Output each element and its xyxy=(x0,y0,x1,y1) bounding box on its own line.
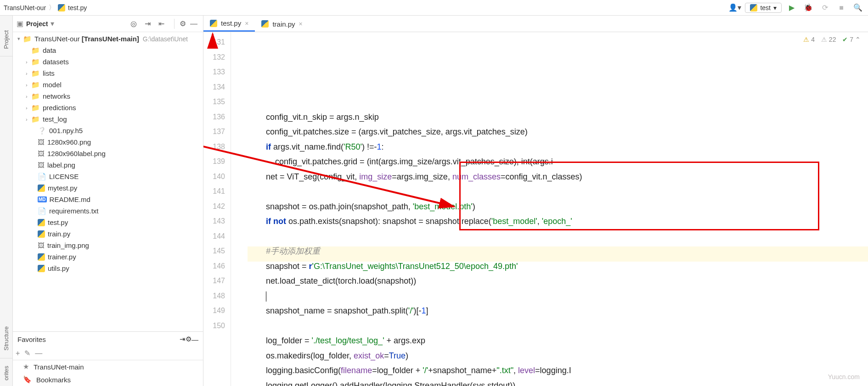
code-line[interactable]: net = ViT_seg(config_vit, img_size=args.… xyxy=(248,169,868,185)
line-number[interactable]: 139 xyxy=(203,154,225,169)
tree-folder[interactable]: ›📁model xyxy=(13,79,203,90)
line-number[interactable]: 149 xyxy=(203,303,225,319)
chevron-right-icon[interactable]: › xyxy=(26,71,31,76)
chevron-right-icon[interactable]: › xyxy=(26,82,31,88)
line-number[interactable]: 138 xyxy=(203,140,225,155)
hide-button[interactable]: — xyxy=(188,18,199,29)
line-number[interactable]: 150 xyxy=(203,319,225,334)
tree-folder[interactable]: ›📁networks xyxy=(13,90,203,102)
code-line[interactable]: logging.getLogger().addHandler(logging.S… xyxy=(248,378,868,386)
run-config-selector[interactable]: test ▾ xyxy=(745,3,782,13)
tree-file[interactable]: 🖼label.png xyxy=(13,159,203,171)
close-icon[interactable]: × xyxy=(245,20,248,27)
line-number[interactable]: 147 xyxy=(203,274,225,289)
editor-tab[interactable]: test.py× xyxy=(203,16,255,32)
gear-icon[interactable]: ⚙ xyxy=(177,18,188,29)
code-line[interactable]: config_vit.patches.size = (args.vit_patc… xyxy=(248,124,868,140)
tree-file[interactable]: trainer.py xyxy=(13,251,203,263)
favorite-item[interactable]: ★ TransUNet-main xyxy=(13,360,203,373)
code-line[interactable] xyxy=(248,229,868,244)
user-icon[interactable]: 👤▾ xyxy=(728,1,741,14)
chevron-down-icon[interactable]: ▾ xyxy=(51,19,54,28)
tree-root[interactable]: ▾ 📁 TransUNet-our [TransUNet-main] G:\da… xyxy=(13,33,203,45)
line-number[interactable]: 137 xyxy=(203,124,225,140)
line-number[interactable]: 146 xyxy=(203,259,225,274)
expand-all-icon[interactable]: ⇥ xyxy=(180,335,186,343)
chevron-down-icon[interactable]: ▾ xyxy=(17,36,23,42)
code-line[interactable]: logging.basicConfig(filename=log_folder … xyxy=(248,363,868,378)
code-line[interactable]: config_vit.n_skip = args.n_skip xyxy=(248,110,868,125)
edit-button[interactable]: ✎ xyxy=(24,349,30,358)
tree-file[interactable]: train.py xyxy=(13,228,203,240)
breadcrumb-file[interactable]: test.py xyxy=(68,4,87,11)
code-line[interactable] xyxy=(248,289,868,304)
line-number[interactable]: 134 xyxy=(203,80,225,95)
rail-structure[interactable]: Structure xyxy=(3,321,10,356)
rail-favorites[interactable]: orites xyxy=(3,360,10,386)
code-line[interactable] xyxy=(248,319,868,334)
rail-project[interactable]: Project xyxy=(3,25,10,54)
bookmark-item[interactable]: 🔖 Bookmarks xyxy=(13,373,203,386)
code-line[interactable]: log_folder = './test_log/test_log_' + ar… xyxy=(248,333,868,348)
code-line[interactable] xyxy=(248,184,868,199)
collapse-all-icon[interactable]: ⇤ xyxy=(156,18,167,29)
hide-button[interactable]: — xyxy=(192,336,198,343)
tree-folder[interactable]: ›📁datasets xyxy=(13,56,203,67)
code-line[interactable]: os.makedirs(log_folder, exist_ok=True) xyxy=(248,348,868,364)
code-line[interactable]: if args.vit_name.find('R50') !=-1: xyxy=(248,140,868,155)
line-number[interactable]: 140 xyxy=(203,169,225,185)
run-coverage-button[interactable]: ⟳ xyxy=(818,1,831,14)
run-button[interactable]: ▶ xyxy=(785,1,798,14)
line-number[interactable]: 136 xyxy=(203,110,225,125)
tree-file[interactable]: MDREADME.md xyxy=(13,194,203,205)
line-number[interactable]: 135 xyxy=(203,95,225,110)
code-line[interactable]: snapshot = os.path.join(snapshot_path, '… xyxy=(248,199,868,214)
expand-all-icon[interactable]: ⇥ xyxy=(142,18,153,29)
line-number[interactable]: 132 xyxy=(203,50,225,65)
tree-folder[interactable]: ›📁lists xyxy=(13,67,203,79)
tree-file[interactable]: 🖼train_img.png xyxy=(13,240,203,251)
remove-button[interactable]: — xyxy=(35,349,42,358)
breadcrumb-root[interactable]: TransUNet-our xyxy=(4,4,46,11)
code-line[interactable]: snapshot_name = snapshot_path.split('/')… xyxy=(248,303,868,319)
tree-folder[interactable]: ›📁test_log xyxy=(13,113,203,125)
chevron-right-icon[interactable]: › xyxy=(26,105,31,111)
add-button[interactable]: + xyxy=(16,349,20,358)
tree-file[interactable]: test.py xyxy=(13,217,203,228)
code-line[interactable]: #手动添加权重 xyxy=(248,244,868,259)
chevron-right-icon[interactable]: › xyxy=(26,94,31,99)
stop-button[interactable]: ■ xyxy=(835,1,848,14)
line-number[interactable]: 144 xyxy=(203,229,225,244)
line-number[interactable]: 145 xyxy=(203,244,225,259)
tree-folder[interactable]: ›📁predictions xyxy=(13,102,203,113)
tree-file[interactable]: ❔001.npy.h5 xyxy=(13,125,203,136)
select-opened-icon[interactable]: ◎ xyxy=(128,18,139,29)
line-number[interactable]: 141 xyxy=(203,184,225,199)
chevron-right-icon[interactable]: › xyxy=(26,59,31,65)
search-button[interactable]: 🔍 xyxy=(851,1,864,14)
code-line[interactable]: snapshot = r'G:\TransUnet_weights\TransU… xyxy=(248,259,868,274)
breadcrumb[interactable]: TransUNet-our 〉 test.py xyxy=(4,4,87,12)
line-number[interactable]: 143 xyxy=(203,214,225,229)
line-gutter[interactable]: 1311321331341351361371381391401411421431… xyxy=(203,32,231,386)
inspections-widget[interactable]: ⚠ 4 ⚠ 22 ✔ 7 ⌃ xyxy=(803,36,861,43)
tree-folder[interactable]: 📁data xyxy=(13,45,203,56)
line-number[interactable]: 131 xyxy=(203,35,225,50)
line-number[interactable]: 148 xyxy=(203,289,225,304)
tree-file[interactable]: 🖼1280x960.png xyxy=(13,136,203,148)
code-line[interactable]: config_vit.patches.grid = (int(args.img_… xyxy=(248,154,868,169)
editor-tab[interactable]: train.py× xyxy=(255,16,309,32)
code-editor[interactable]: config_vit.n_skip = args.n_skip config_v… xyxy=(231,32,868,386)
tree-file[interactable]: 🖼1280x960label.png xyxy=(13,148,203,159)
chevron-right-icon[interactable]: › xyxy=(26,117,31,122)
tree-file[interactable]: 📄LICENSE xyxy=(13,171,203,182)
close-icon[interactable]: × xyxy=(299,20,303,28)
tree-file[interactable]: 📄requirements.txt xyxy=(13,205,203,217)
tree-file[interactable]: utils.py xyxy=(13,263,203,274)
line-number[interactable]: 142 xyxy=(203,199,225,214)
gear-icon[interactable]: ⚙ xyxy=(186,335,192,343)
project-tree[interactable]: ▾ 📁 TransUNet-our [TransUNet-main] G:\da… xyxy=(13,32,203,331)
debug-button[interactable]: 🐞 xyxy=(802,1,815,14)
line-number[interactable]: 133 xyxy=(203,65,225,80)
code-line[interactable]: net.load_state_dict(torch.load(snapshot)… xyxy=(248,274,868,289)
